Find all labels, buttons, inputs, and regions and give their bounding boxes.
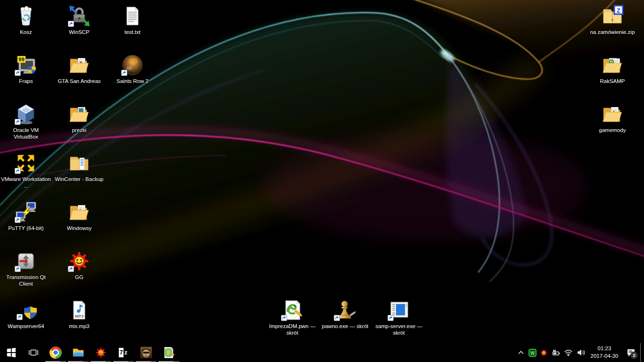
desktop-icon-label: Oracle VM VirtualBox [1,127,51,140]
zip-folder-icon: Z [601,5,624,27]
gg-sun-icon [68,250,91,272]
shortcut-arrow-badge [15,119,21,125]
desktop-icon-label: samp-server.exe — skrót [370,323,428,337]
desktop-icon-label: gamemody [587,127,637,133]
show-desktop-button[interactable] [640,343,644,362]
text-file-icon [121,5,144,27]
desktop-icon-virtualbox[interactable]: Oracle VM VirtualBox [3,100,49,140]
clock-date: 2017-04-30 [587,353,621,360]
7zip-glyph-z: z [124,348,128,357]
desktop-icon-windowsy[interactable]: Windowsy [57,198,102,231]
desktop-area: Kosz WinSCP [0,0,644,343]
saints-row-emblem-icon [121,54,144,76]
desktop-icon-label: Transmission Qt Client [1,274,51,288]
recycle-bin-icon [15,5,37,27]
desktop-icon-imprezadm[interactable]: ImprezaDM.pwn — skrót [264,296,321,337]
desktop-icon-label: Saints Row 2 [107,78,157,84]
folder-icon [68,54,91,76]
desktop-icon-mix-mp3[interactable]: MP3 mix.mp3 [57,296,102,329]
tray-wampserver-button[interactable]: W [527,343,538,362]
windows-desktop: { "desktop": { "icons": [ {"label":"Kosz… [0,0,644,362]
shortcut-arrow-badge [68,266,74,272]
gg-sun-icon [540,349,548,357]
desktop-icon-samp-server[interactable]: samp-server.exe — skrót [371,296,427,337]
shortcut-arrow-badge [15,70,21,76]
desktop-icon-pawno[interactable]: pawno.exe — skrót [317,296,373,329]
desktop-icon-fraps[interactable]: 99 Fraps [3,51,49,84]
tray-clock[interactable]: 01:23 2017-04-30 [587,345,621,360]
shortcut-arrow-badge [15,168,21,174]
folder-globe-icon [601,54,624,76]
desktop-icon-label: mix.mp3 [54,323,104,329]
taskbar-gta-button[interactable] [135,343,157,362]
desktop-icon-saints-row-2[interactable]: Saints Row 2 [110,51,155,84]
taskbar-7zip-button[interactable]: 7z [112,343,135,362]
desktop-icon-label: test.txt [107,29,157,35]
desktop-icon-label: Wampserver64 [1,323,51,329]
desktop-icon-winscp[interactable]: WinSCP [57,2,102,35]
desktop-icon-label: VMware Workstation ... [1,176,51,189]
mp3-label: MP3 [75,314,84,319]
desktop-icon-transmission[interactable]: Transmission Qt Client [3,247,49,288]
desktop-icon-label: Kosz [1,29,51,35]
speaker-icon [577,349,586,356]
desktop-icon-prezki[interactable]: prezki [57,100,102,133]
desktop-icon-label: RakSAMP [587,78,637,84]
task-view-button[interactable] [22,343,44,362]
tray-volume-button[interactable] [575,343,587,362]
system-tray: W [515,343,644,362]
vmware-arrows-icon [15,152,37,174]
desktop-icon-gg[interactable]: GG [57,247,102,280]
desktop-icon-label: GG [54,274,104,280]
winscp-padlock-icon [68,5,91,27]
taskbar-chrome-button[interactable] [44,343,67,362]
desktop-icon-label: WinSCP [54,29,104,35]
gg-sun-icon [95,346,107,359]
desktop-icon-vmware[interactable]: VMware Workstation ... [3,149,49,189]
desktop-icon-wincenter-backup[interactable]: WinCenter - Backup [57,149,102,182]
folder-icon [68,103,91,125]
putty-terminals-icon [15,201,37,223]
shortcut-arrow-badge [121,70,127,76]
desktop-icon-label: Windowsy [54,225,104,231]
tray-battery-button[interactable] [549,343,562,362]
desktop-icon-zip[interactable]: Z na zamówienie.zip [590,2,635,35]
7zip-glyph-7: 7 [119,348,124,357]
taskbar-explorer-button[interactable] [67,343,90,362]
7zip-icon: 7z [118,347,129,358]
folder-icon [68,201,91,223]
desktop-icon-test-txt[interactable]: test.txt [110,2,155,35]
taskbar-gg-button[interactable] [90,343,112,362]
tray-gg-button[interactable] [538,343,549,362]
gta-game-icon [140,346,152,359]
shortcut-arrow-badge [68,21,74,27]
desktop-icon-label: PuTTY (64-bit) [1,225,51,231]
desktop-icon-label: pawno.exe — skrót [316,323,374,329]
desktop-icon-gamemody[interactable]: gamemody [590,100,635,133]
windows-logo-icon [6,347,17,358]
notepad-plus-plus-icon [163,346,175,359]
desktop-icon-wampserver[interactable]: Wampserver64 [3,296,49,329]
desktop-icon-putty[interactable]: PuTTY (64-bit) [3,198,49,231]
action-center-button[interactable]: 2 [621,343,640,362]
taskbar-empty-space [180,343,515,362]
wifi-icon [564,349,573,356]
tray-network-button[interactable] [562,343,575,362]
desktop-icon-gta-san-andreas[interactable]: GTA San Andreas [57,51,102,84]
app-window-icon [388,299,410,321]
desktop-icon-label: prezki [54,127,104,133]
tray-chevron-up-button[interactable] [515,343,527,362]
wampserver-icon: W [528,349,537,357]
taskbar: 7z [0,343,644,362]
desktop-icon-raksamp[interactable]: RakSAMP [590,51,635,84]
notification-count-badge: 2 [630,352,638,359]
chrome-icon [50,346,62,359]
start-button[interactable] [0,343,22,362]
desktop-icon-kosz[interactable]: Kosz [3,2,49,35]
desktop-icon-label: WinCenter - Backup [54,176,104,182]
shortcut-arrow-badge [281,315,287,321]
transmission-icon [15,250,37,272]
shortcut-arrow-badge [17,314,23,320]
taskbar-notepadpp-button[interactable] [157,343,180,362]
wamp-w-glyph: W [530,350,535,355]
